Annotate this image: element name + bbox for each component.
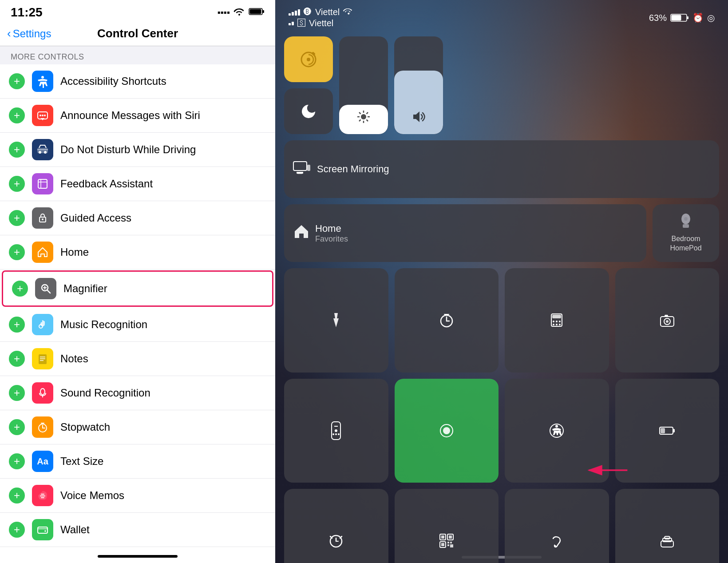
brightness-slider[interactable]: [339, 36, 388, 134]
add-button-announce-messages[interactable]: +: [9, 107, 25, 123]
list-item-home[interactable]: + Home: [0, 235, 275, 270]
svg-point-9: [39, 151, 41, 154]
label-magnifier: Magnifier: [63, 282, 263, 295]
svg-point-3: [41, 76, 44, 79]
list-item-sound-recognition[interactable]: + Sound Recognition: [0, 376, 275, 410]
alarm-button[interactable]: [284, 489, 388, 563]
list-item-voice-memos[interactable]: + Voice Memos: [0, 479, 275, 513]
list-item-wallet[interactable]: + Wallet: [0, 513, 275, 547]
add-button-feedback-assistant[interactable]: +: [9, 176, 25, 192]
add-button-voice-memos[interactable]: +: [9, 488, 25, 504]
camera-icon: [659, 312, 675, 328]
add-button-wallet[interactable]: +: [9, 522, 25, 538]
timer-icon: [439, 312, 455, 328]
record-button[interactable]: [395, 379, 499, 483]
list-item-stopwatch[interactable]: + Stopwatch: [0, 410, 275, 444]
svg-point-67: [556, 321, 558, 322]
carrier2-icon: 🅂: [297, 19, 305, 28]
label-sound-recognition: Sound Recognition: [60, 387, 266, 399]
home-favorites-button[interactable]: Home Favorites: [284, 204, 646, 262]
home-subtitle: Favorites: [315, 234, 348, 244]
remote-button[interactable]: [284, 379, 388, 483]
moon-button[interactable]: [284, 88, 333, 134]
svg-point-83: [443, 427, 450, 434]
add-button-dnd-driving[interactable]: +: [9, 142, 25, 158]
camera-button[interactable]: [615, 268, 720, 373]
add-button-magnifier[interactable]: +: [12, 281, 28, 297]
screen-mirroring-icon: [293, 161, 311, 178]
status-icons: ▪▪▪▪: [218, 7, 265, 18]
svg-rect-53: [297, 172, 303, 174]
svg-rect-35: [38, 527, 47, 533]
svg-point-79: [332, 433, 334, 435]
add-button-home[interactable]: +: [9, 244, 25, 260]
screen-mirroring-button[interactable]: Screen Mirroring: [284, 140, 719, 198]
add-button-sound-recognition[interactable]: +: [9, 385, 25, 401]
cc-status-right: 63% ⏰ ◎: [649, 12, 715, 23]
wifi-icon: [233, 7, 245, 18]
svg-point-6: [42, 115, 44, 116]
calculator-icon: [549, 312, 565, 328]
moon-icon: [300, 103, 317, 120]
svg-point-74: [666, 320, 669, 323]
icon-accessibility-shortcuts: [32, 71, 53, 92]
qr-code-button[interactable]: [395, 489, 499, 563]
add-button-stopwatch[interactable]: +: [9, 419, 25, 435]
label-announce-messages: Announce Messages with Siri: [60, 109, 266, 122]
list-item-text-size[interactable]: + Aa Text Size: [0, 444, 275, 479]
list-item-feedback-assistant[interactable]: + Feedback Assistant: [0, 167, 275, 201]
add-button-music-recognition[interactable]: +: [9, 317, 25, 333]
svg-rect-42: [312, 52, 316, 56]
icon-text-size: Aa: [32, 451, 53, 472]
cc-battery-text: 63%: [649, 13, 667, 23]
svg-point-7: [44, 115, 46, 116]
svg-rect-103: [450, 544, 453, 547]
flashlight-button[interactable]: [284, 268, 388, 373]
calculator-button[interactable]: [505, 268, 609, 373]
svg-rect-100: [447, 542, 449, 543]
svg-rect-95: [441, 535, 444, 539]
svg-point-85: [555, 425, 558, 428]
list-item-music-recognition[interactable]: + Music Recognition: [0, 308, 275, 342]
volume-slider[interactable]: [394, 36, 443, 134]
list-item-notes[interactable]: + Notes: [0, 342, 275, 376]
nav-back-label: Settings: [13, 28, 51, 40]
label-feedback-assistant: Feedback Assistant: [60, 178, 266, 190]
list-item-announce-messages[interactable]: + Announce Messages with Siri: [0, 99, 275, 133]
label-voice-memos: Voice Memos: [60, 489, 266, 502]
flashlight-icon: [328, 312, 344, 328]
list-item-dnd-driving[interactable]: + Do Not Disturb While Driving: [0, 133, 275, 167]
add-button-notes[interactable]: +: [9, 351, 25, 367]
accessibility-icon: [549, 423, 565, 439]
list-item-accessibility-shortcuts[interactable]: + Accessibility Shortcuts: [0, 64, 275, 99]
add-button-guided-access[interactable]: +: [9, 210, 25, 226]
bedroom-homepod-button[interactable]: BedroomHomePod: [653, 204, 719, 262]
svg-point-68: [559, 321, 561, 322]
add-button-text-size[interactable]: +: [9, 453, 25, 469]
portrait-lock-button[interactable]: [284, 36, 333, 82]
label-dnd-driving: Do Not Disturb While Driving: [60, 143, 266, 156]
nav-title: Control Center: [97, 27, 178, 40]
hearing-button[interactable]: [505, 489, 609, 563]
nav-back-button[interactable]: ‹ Settings: [7, 27, 51, 40]
sleep-icon: [659, 533, 675, 549]
label-notes: Notes: [60, 353, 266, 365]
cc-grid-row-2: [284, 379, 719, 483]
cc-content: Screen Mirroring Home Favorites BedroomH…: [275, 32, 728, 563]
sleep-button[interactable]: [615, 489, 720, 563]
svg-rect-97: [449, 535, 452, 539]
svg-line-50: [367, 112, 368, 114]
timer-button[interactable]: [395, 268, 499, 373]
add-button-accessibility-shortcuts[interactable]: +: [9, 73, 25, 89]
list-item-magnifier[interactable]: + Magnifier: [2, 270, 273, 307]
nav-bar: ‹ Settings Control Center: [0, 23, 275, 46]
battery-detail-button[interactable]: [615, 379, 720, 483]
svg-point-36: [44, 530, 46, 532]
cc-status-left: 🅑 Viettel 🅂 Viettel: [289, 7, 353, 28]
cc-signal2: [289, 22, 294, 25]
left-phone-panel: 11:25 ▪▪▪▪ ‹ Settings Control Center MOR…: [0, 0, 275, 563]
home-indicator: [0, 550, 275, 563]
icon-voice-memos: [32, 485, 53, 506]
list-item-guided-access[interactable]: + Guided Access: [0, 201, 275, 235]
svg-line-48: [359, 112, 361, 114]
